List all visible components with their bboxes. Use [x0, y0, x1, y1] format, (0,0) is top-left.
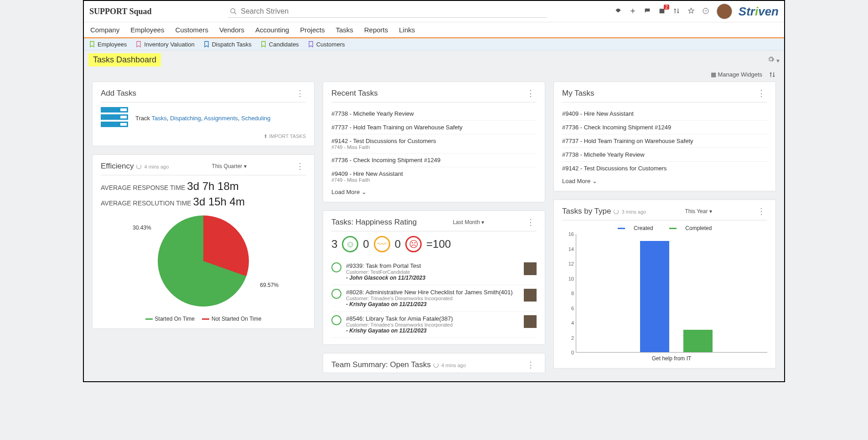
- task-row[interactable]: #7738 - Michelle Yearly Review: [562, 148, 767, 162]
- card-menu-icon[interactable]: ⋮: [755, 88, 767, 98]
- bookmark-icon: [203, 41, 210, 48]
- nav-reports[interactable]: Reports: [364, 26, 388, 34]
- link-assignments[interactable]: Assignments: [204, 115, 238, 122]
- nav-accounting[interactable]: Accounting: [255, 26, 289, 34]
- card-title: Tasks: Happiness Rating: [331, 218, 417, 227]
- card-menu-icon[interactable]: ⋮: [755, 206, 767, 216]
- load-more-button[interactable]: Load More ⌄: [562, 175, 767, 184]
- nav-links[interactable]: Links: [399, 26, 415, 34]
- task-row[interactable]: #7736 - Check Incoming Shipment #1249: [331, 153, 537, 167]
- reorder-icon[interactable]: [769, 71, 776, 80]
- add-icon[interactable]: [629, 7, 637, 15]
- avg-resolution: AVERAGE RESOLUTION TIME 3d 15h 4m: [101, 195, 306, 208]
- task-row[interactable]: #9409 - Hire New Assistant#749 - Miss Fa…: [331, 167, 537, 186]
- card-add-tasks: Add Tasks ⋮ Track Tasks, Dispatching, As…: [92, 82, 315, 146]
- nav-customers[interactable]: Customers: [175, 26, 208, 34]
- quicknav-employees[interactable]: Employees: [88, 41, 127, 48]
- task-row[interactable]: #7737 - Hold Team Training on Warehouse …: [331, 121, 537, 134]
- pie-label-b: 69.57%: [260, 282, 279, 288]
- sad-face-icon: ☹: [405, 236, 422, 252]
- happy-face-icon: [331, 315, 341, 325]
- nav-company[interactable]: Company: [90, 26, 119, 34]
- happiness-item[interactable]: #8028: Administrative New Hire Checklist…: [331, 285, 537, 312]
- filter-dropdown[interactable]: This Quarter ▾: [212, 163, 247, 169]
- nav-tasks[interactable]: Tasks: [336, 26, 353, 34]
- nav-vendors[interactable]: Vendors: [219, 26, 244, 34]
- calendar-icon[interactable]: 2: [658, 7, 666, 15]
- topbar: SUPPORT Squad 2 ? Striven: [84, 1, 784, 22]
- nav-projects[interactable]: Projects: [300, 26, 325, 34]
- user-avatar[interactable]: [717, 4, 732, 19]
- card-title: Tasks by Type3 mins ago: [562, 207, 646, 216]
- task-row[interactable]: #7738 - Michelle Yearly Review: [331, 107, 537, 121]
- filter-dropdown[interactable]: Last Month ▾: [453, 219, 484, 225]
- timestamp: 4 mins ago: [441, 363, 466, 368]
- dashboard-icon[interactable]: [615, 7, 623, 15]
- bookmark-icon: [135, 41, 142, 48]
- card-menu-icon[interactable]: ⋮: [525, 88, 537, 98]
- bookmark-icon: [88, 41, 96, 48]
- company-logo: SUPPORT Squad: [89, 7, 152, 16]
- quicknav-customers[interactable]: Customers: [307, 41, 345, 48]
- timestamp: 4 mins ago: [144, 164, 169, 169]
- quick-nav: Employees Inventory Valuation Dispatch T…: [84, 38, 784, 51]
- card-title: Add Tasks: [101, 89, 136, 98]
- bookmark-icon: [307, 41, 315, 48]
- task-row[interactable]: #9142 - Test Discussions for Customers: [562, 162, 767, 175]
- happiness-item[interactable]: #9339: Task from Portal TestCustomer: Te…: [331, 259, 537, 285]
- happy-face-icon: [331, 262, 341, 272]
- card-my-tasks: My Tasks ⋮ #9409 - Hire New Assistant#77…: [553, 82, 776, 191]
- task-row[interactable]: #9142 - Test Discussions for Customers#7…: [331, 134, 537, 153]
- search-input[interactable]: [237, 7, 545, 15]
- avg-response: AVERAGE RESPONSE TIME 3d 7h 18m: [101, 180, 306, 193]
- timestamp: 3 mins ago: [621, 209, 646, 215]
- card-title: Team Summary: Open Tasks4 mins ago: [331, 360, 466, 369]
- search-icon: [230, 8, 237, 15]
- bar-legend: Created Completed: [562, 225, 767, 231]
- filter-dropdown[interactable]: This Year ▾: [685, 208, 712, 215]
- nav-employees[interactable]: Employees: [130, 26, 164, 34]
- efficiency-pie-chart: 30.43% 69.57%: [101, 211, 306, 311]
- help-icon[interactable]: ?: [702, 7, 710, 15]
- dashboard-toolbar: ▦ Manage Widgets: [84, 69, 784, 82]
- user-avatar: [524, 262, 537, 275]
- user-avatar: [524, 289, 537, 302]
- neutral-face-icon: 〰: [374, 236, 390, 252]
- card-menu-icon[interactable]: ⋮: [525, 217, 537, 227]
- card-title: Recent Tasks: [331, 89, 378, 98]
- manage-widgets-button[interactable]: ▦ Manage Widgets: [711, 71, 762, 80]
- happiness-item[interactable]: #8546: Library Task for Amia Fatale(387)…: [331, 312, 537, 338]
- page-settings[interactable]: ▾: [767, 56, 780, 64]
- link-tasks[interactable]: Tasks: [151, 115, 166, 122]
- search-box[interactable]: [228, 5, 547, 18]
- card-tasks-by-type: Tasks by Type3 mins ago This Year ▾ ⋮ Cr…: [553, 200, 776, 368]
- card-menu-icon[interactable]: ⋮: [294, 161, 306, 171]
- quicknav-dispatch[interactable]: Dispatch Tasks: [203, 41, 252, 48]
- link-scheduling[interactable]: Scheduling: [241, 115, 270, 122]
- task-row[interactable]: #7737 - Hold Team Training on Warehouse …: [562, 134, 767, 148]
- import-tasks-button[interactable]: ⬆ IMPORT TASKS: [101, 133, 306, 139]
- refresh-icon[interactable]: [434, 363, 439, 368]
- refresh-icon[interactable]: [136, 164, 141, 169]
- sort-icon[interactable]: [673, 7, 681, 15]
- happy-face-icon: ☺: [342, 236, 358, 252]
- load-more-button[interactable]: Load More ⌄: [331, 186, 537, 195]
- tasks-icon: [101, 107, 128, 129]
- dashboard-grid: Add Tasks ⋮ Track Tasks, Dispatching, As…: [84, 82, 784, 381]
- task-row[interactable]: #7736 - Check Incoming Shipment #1249: [562, 121, 767, 134]
- svg-text:?: ?: [705, 9, 707, 13]
- brand-logo: Striven: [739, 5, 779, 19]
- card-menu-icon[interactable]: ⋮: [525, 360, 537, 370]
- bar-created: [640, 241, 669, 352]
- quicknav-inventory[interactable]: Inventory Valuation: [135, 41, 194, 48]
- link-dispatching[interactable]: Dispatching: [170, 115, 201, 122]
- star-icon[interactable]: [687, 7, 696, 15]
- chat-icon[interactable]: [644, 7, 652, 15]
- page-title: Tasks Dashboard: [88, 53, 161, 67]
- quicknav-candidates[interactable]: Candidates: [260, 41, 299, 48]
- task-row[interactable]: #9409 - Hire New Assistant: [562, 107, 767, 121]
- card-menu-icon[interactable]: ⋮: [294, 88, 306, 98]
- happiness-summary: 3 ☺ 0 〰 0 ☹ =100: [331, 236, 537, 252]
- refresh-icon[interactable]: [614, 209, 619, 214]
- bookmark-icon: [260, 41, 267, 48]
